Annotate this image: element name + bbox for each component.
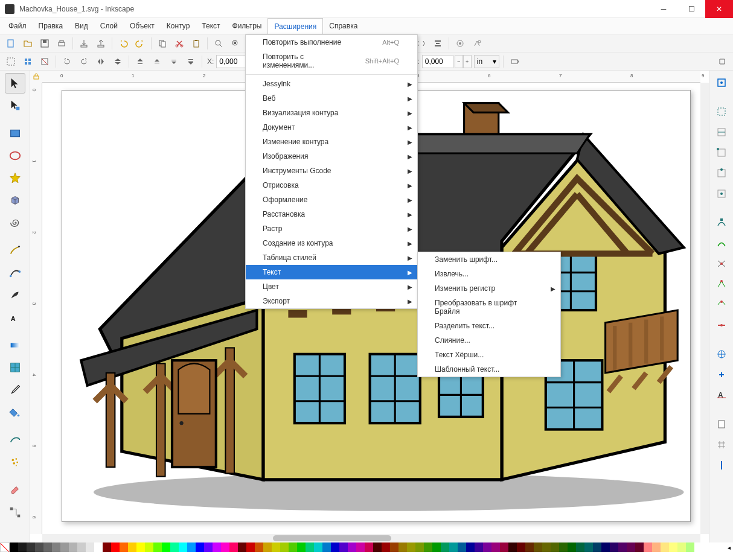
color-swatch[interactable]: [365, 542, 373, 552]
color-swatch[interactable]: [415, 542, 424, 552]
export-icon[interactable]: [94, 36, 108, 51]
snap-bbox-edge-icon[interactable]: [713, 124, 730, 141]
redo-icon[interactable]: [133, 36, 147, 51]
menu-item[interactable]: Шаблонный текст...: [418, 362, 560, 377]
color-swatch[interactable]: [145, 542, 153, 552]
save-icon[interactable]: [37, 36, 52, 51]
snap-bbox-icon[interactable]: [713, 103, 730, 120]
color-swatch[interactable]: [221, 542, 229, 552]
color-swatch[interactable]: [170, 542, 179, 552]
snap-intersection-icon[interactable]: [713, 255, 730, 272]
menu-item[interactable]: Разделить текст...: [418, 319, 560, 333]
menu-объект[interactable]: Объект: [124, 18, 161, 34]
scrollbar-horizontal[interactable]: [42, 534, 700, 542]
color-swatch[interactable]: [390, 542, 399, 552]
scrollbar-thumb[interactable]: [273, 535, 391, 541]
menu-item[interactable]: Заменить шрифт...: [418, 252, 560, 267]
color-swatch[interactable]: [407, 542, 415, 552]
menu-расширения[interactable]: Расширения: [267, 18, 323, 34]
color-swatch[interactable]: [77, 542, 86, 552]
snap-cusp-icon[interactable]: [713, 276, 730, 293]
lower-icon[interactable]: [167, 54, 181, 69]
color-swatch[interactable]: [644, 542, 652, 552]
color-swatch[interactable]: [576, 542, 584, 552]
snap-smooth-icon[interactable]: [713, 296, 730, 313]
spiral-tool[interactable]: [5, 212, 25, 233]
color-swatch[interactable]: [686, 542, 694, 552]
color-swatch[interactable]: [272, 542, 280, 552]
palette-scrollbar[interactable]: [0, 552, 733, 560]
menu-item[interactable]: Извлечь...: [418, 267, 560, 281]
color-swatch[interactable]: [491, 542, 500, 552]
color-swatch[interactable]: [94, 542, 103, 552]
color-swatch[interactable]: [661, 542, 669, 552]
color-swatch[interactable]: [441, 542, 449, 552]
color-swatch[interactable]: [255, 542, 263, 552]
color-swatch[interactable]: [60, 542, 69, 552]
menu-item[interactable]: Растр▶: [246, 221, 417, 236]
color-swatch[interactable]: [213, 542, 221, 552]
node-tool[interactable]: [5, 95, 25, 116]
connector-tool[interactable]: [5, 502, 25, 523]
color-swatch[interactable]: [568, 542, 576, 552]
snap-line-midpoint-icon[interactable]: [713, 317, 730, 334]
calligraphy-tool[interactable]: [5, 285, 25, 305]
snap-guide-icon[interactable]: [713, 457, 730, 474]
color-swatch[interactable]: [483, 542, 491, 552]
palette-menu-button[interactable]: ◂: [725, 542, 733, 552]
color-swatch[interactable]: [356, 542, 365, 552]
color-swatch[interactable]: [27, 542, 35, 552]
color-swatch[interactable]: [652, 542, 661, 552]
color-swatch[interactable]: [339, 542, 348, 552]
prefs-icon[interactable]: [453, 36, 467, 51]
color-swatch[interactable]: [246, 542, 255, 552]
import-icon[interactable]: [77, 36, 91, 51]
raise-top-icon[interactable]: [133, 54, 147, 69]
color-swatch[interactable]: [373, 542, 382, 552]
snap-enable-icon[interactable]: [713, 74, 730, 91]
rotate-ccw-icon[interactable]: [60, 54, 74, 69]
menu-фильтры[interactable]: Фильтры: [226, 18, 268, 34]
snap-rotation-center-icon[interactable]: [713, 366, 730, 383]
menu-справка[interactable]: Справка: [323, 18, 363, 34]
x-input[interactable]: [216, 55, 248, 68]
color-swatch[interactable]: [669, 542, 677, 552]
menu-item[interactable]: Преобразовать в шрифт Брайля: [418, 296, 560, 319]
maximize-button[interactable]: ☐: [677, 0, 705, 18]
color-swatch[interactable]: [280, 542, 289, 552]
print-icon[interactable]: [54, 36, 69, 51]
doc-prefs-icon[interactable]: [470, 36, 484, 51]
color-swatch[interactable]: [263, 542, 272, 552]
close-button[interactable]: ✕: [705, 0, 733, 18]
color-swatch[interactable]: [306, 542, 314, 552]
menu-item[interactable]: Инструменты Gcode▶: [246, 164, 417, 178]
color-swatch[interactable]: [382, 542, 390, 552]
rect-tool[interactable]: [5, 123, 25, 144]
menu-item[interactable]: Jessylnk▶: [246, 77, 417, 91]
color-swatch[interactable]: [162, 542, 170, 552]
ruler-vertical[interactable]: 0123456: [30, 83, 42, 534]
color-swatch[interactable]: [458, 542, 466, 552]
color-swatch[interactable]: [86, 542, 94, 552]
h-input[interactable]: [422, 55, 453, 68]
h-minus-button[interactable]: −: [455, 55, 463, 68]
color-swatch[interactable]: [128, 542, 136, 552]
menu-контур[interactable]: Контур: [161, 18, 196, 34]
snap-text-baseline-icon[interactable]: A: [713, 387, 730, 404]
color-swatch[interactable]: [187, 542, 196, 552]
color-swatch[interactable]: [610, 542, 618, 552]
snap-separator-icon[interactable]: [715, 54, 729, 69]
3dbox-tool[interactable]: [5, 190, 25, 211]
menu-item[interactable]: Веб▶: [246, 91, 417, 106]
color-swatch[interactable]: [314, 542, 322, 552]
selector-tool[interactable]: [5, 73, 25, 94]
color-swatch[interactable]: [43, 542, 52, 552]
mesh-tool[interactable]: [5, 357, 25, 378]
ellipse-tool[interactable]: [5, 145, 25, 166]
color-swatch[interactable]: [432, 542, 441, 552]
color-swatch[interactable]: [238, 542, 246, 552]
spray-tool[interactable]: [5, 452, 25, 472]
color-swatch[interactable]: [508, 542, 517, 552]
scrollbar-vertical[interactable]: [700, 83, 709, 534]
copy-icon[interactable]: [155, 36, 170, 51]
